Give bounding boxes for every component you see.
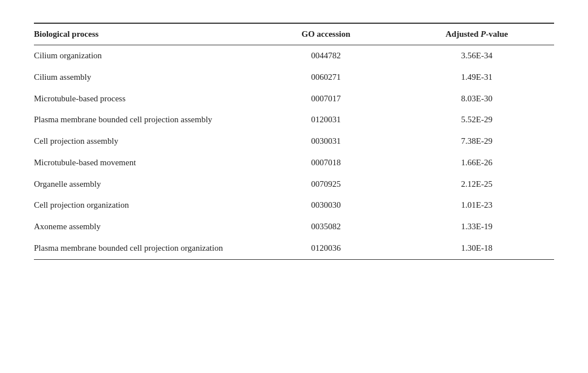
cell-go-accession: 0030031 <box>252 131 408 152</box>
cell-biological-process: Plasma membrane bounded cell projection … <box>34 238 252 259</box>
table-row: Cell projection assembly00300317.38E-29 <box>34 131 554 152</box>
cell-go-accession: 0120036 <box>252 238 408 259</box>
cell-adjusted-pvalue: 5.52E-29 <box>408 109 554 131</box>
cell-go-accession: 0030030 <box>252 195 408 216</box>
cell-adjusted-pvalue: 1.66E-26 <box>408 152 554 174</box>
cell-biological-process: Cilium assembly <box>34 67 252 88</box>
cell-adjusted-pvalue: 8.03E-30 <box>408 88 554 110</box>
cell-go-accession: 0035082 <box>252 216 408 238</box>
cell-go-accession: 0060271 <box>252 67 408 88</box>
table-header-row: Biological process GO accession Adjusted… <box>34 23 554 45</box>
cell-adjusted-pvalue: 7.38E-29 <box>408 131 554 152</box>
table-row: Cell projection organization00300301.01E… <box>34 195 554 216</box>
cell-go-accession: 0120031 <box>252 109 408 131</box>
cell-go-accession: 0007017 <box>252 88 408 110</box>
cell-biological-process: Plasma membrane bounded cell projection … <box>34 109 252 131</box>
table-row: Axoneme assembly00350821.33E-19 <box>34 216 554 238</box>
col-header-biological-process: Biological process <box>34 23 252 45</box>
table-row: Microtubule-based movement00070181.66E-2… <box>34 152 554 174</box>
table-row: Plasma membrane bounded cell projection … <box>34 238 554 259</box>
table-row: Plasma membrane bounded cell projection … <box>34 109 554 131</box>
cell-adjusted-pvalue: 3.56E-34 <box>408 45 554 67</box>
col-header-go-accession: GO accession <box>252 23 408 45</box>
cell-biological-process: Microtubule-based movement <box>34 152 252 174</box>
cell-biological-process: Organelle assembly <box>34 174 252 195</box>
cell-go-accession: 0070925 <box>252 174 408 195</box>
biological-process-table: Biological process GO accession Adjusted… <box>34 23 554 260</box>
cell-biological-process: Cell projection organization <box>34 195 252 216</box>
table-row: Organelle assembly00709252.12E-25 <box>34 174 554 195</box>
cell-adjusted-pvalue: 1.49E-31 <box>408 67 554 88</box>
pvalue-italic-label: P <box>481 29 486 38</box>
cell-biological-process: Microtubule-based process <box>34 88 252 110</box>
cell-adjusted-pvalue: 1.01E-23 <box>408 195 554 216</box>
main-table-container: Biological process GO accession Adjusted… <box>34 23 554 260</box>
table-row: Cilium organization00447823.56E-34 <box>34 45 554 67</box>
col-header-adjusted-pvalue: Adjusted P-value <box>408 23 554 45</box>
cell-biological-process: Cell projection assembly <box>34 131 252 152</box>
cell-go-accession: 0007018 <box>252 152 408 174</box>
cell-adjusted-pvalue: 2.12E-25 <box>408 174 554 195</box>
table-row: Microtubule-based process00070178.03E-30 <box>34 88 554 110</box>
cell-biological-process: Cilium organization <box>34 45 252 67</box>
cell-adjusted-pvalue: 1.33E-19 <box>408 216 554 238</box>
cell-biological-process: Axoneme assembly <box>34 216 252 238</box>
table-row: Cilium assembly00602711.49E-31 <box>34 67 554 88</box>
cell-go-accession: 0044782 <box>252 45 408 67</box>
cell-adjusted-pvalue: 1.30E-18 <box>408 238 554 259</box>
